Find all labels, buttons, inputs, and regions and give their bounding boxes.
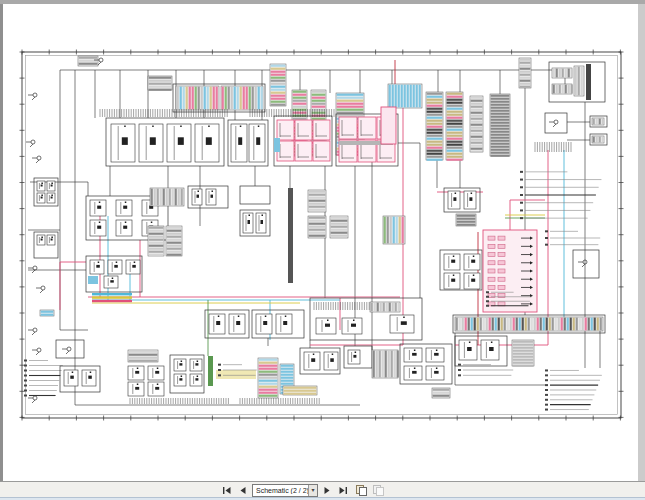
schematic-canvas [3, 4, 638, 481]
page-selector-dropdown[interactable]: Schematic (2 / 2) ▾ [252, 484, 318, 497]
next-page-icon [323, 486, 331, 495]
first-page-button[interactable] [220, 484, 234, 496]
first-page-icon [222, 486, 232, 495]
next-page-button[interactable] [321, 484, 333, 496]
copy-page-icon-disabled [373, 485, 384, 495]
duplicate-page-icon[interactable] [356, 485, 367, 495]
page-navigation-group: Schematic (2 / 2) ▾ [220, 484, 384, 497]
page-navigation-toolbar: Schematic (2 / 2) ▾ [0, 481, 645, 498]
schematic-page [3, 4, 638, 481]
last-page-icon [338, 486, 348, 495]
page-selector-label: Schematic (2 / 2) [253, 487, 308, 494]
previous-page-button[interactable] [237, 484, 249, 496]
component-blocks [24, 56, 607, 411]
previous-page-icon [239, 486, 247, 495]
viewer-window: Schematic (2 / 2) ▾ [0, 0, 645, 500]
chevron-down-icon: ▾ [308, 485, 317, 496]
window-right-edge [638, 4, 645, 481]
last-page-button[interactable] [336, 484, 350, 496]
